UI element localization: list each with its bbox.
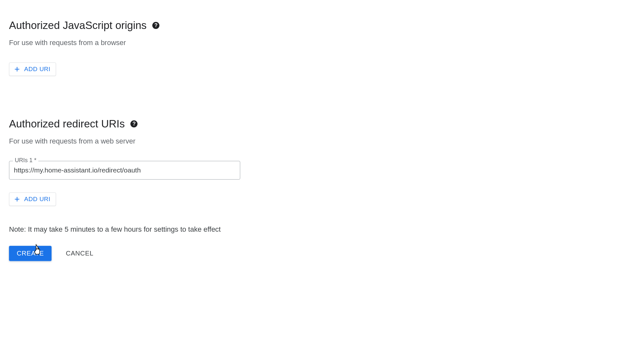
uri-input-label: URIs 1 * [13,157,38,164]
add-uri-button-redirect[interactable]: ADD URI [9,192,56,206]
redirect-uris-section: Authorized redirect URIs ? For use with … [9,118,635,261]
help-icon[interactable]: ? [152,22,159,29]
js-origins-section: Authorized JavaScript origins ? For use … [9,19,635,76]
redirect-uris-title: Authorized redirect URIs [9,118,125,130]
help-icon[interactable]: ? [130,120,137,127]
redirect-uris-subtitle: For use with requests from a web server [9,137,635,145]
uri-input-1[interactable] [9,161,240,180]
plus-icon [13,65,21,73]
js-origins-title: Authorized JavaScript origins [9,19,147,32]
js-origins-subtitle: For use with requests from a browser [9,39,635,47]
redirect-uris-title-row: Authorized redirect URIs ? [9,118,635,130]
note-text: Note: It may take 5 minutes to a few hou… [9,225,635,234]
add-uri-label: ADD URI [24,66,51,73]
js-origins-title-row: Authorized JavaScript origins ? [9,19,635,32]
uri-input-wrapper: URIs 1 * [9,161,240,180]
add-uri-label: ADD URI [24,196,51,203]
add-uri-button-js-origins[interactable]: ADD URI [9,62,56,76]
cancel-button[interactable]: CANCEL [63,246,96,261]
plus-icon [13,195,21,203]
action-button-row: CREATE CANCEL [9,246,635,261]
create-button[interactable]: CREATE [9,246,52,261]
